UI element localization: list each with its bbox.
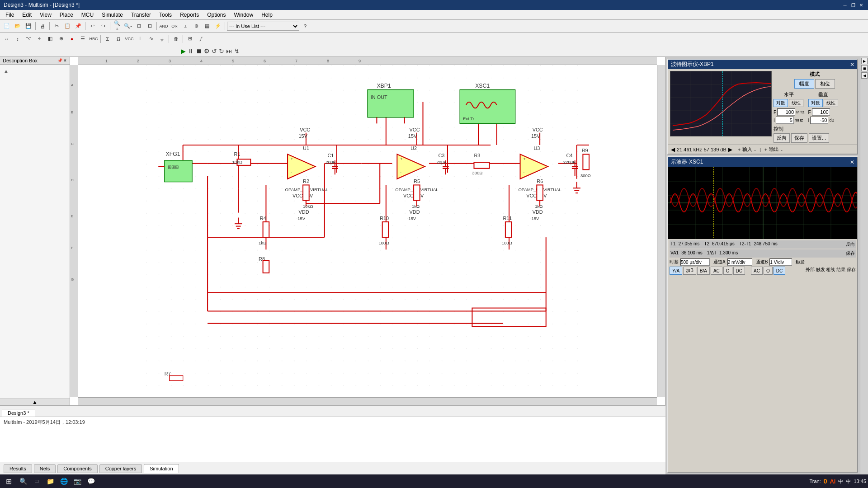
panel-icon3[interactable]: ◀ — [861, 72, 868, 79]
comp-btn3[interactable]: ⌥ — [24, 34, 33, 44]
cha-input[interactable] — [727, 258, 752, 266]
components-tab[interactable]: Components — [57, 464, 97, 473]
comp-btn12[interactable]: VCC — [124, 34, 134, 44]
restore-button[interactable]: ❐ — [850, 2, 856, 8]
stop-button[interactable]: ⏹ — [196, 47, 202, 55]
zoom-area-button[interactable]: ⊡ — [145, 21, 155, 31]
menu-file[interactable]: File — [2, 11, 18, 19]
undo-button[interactable]: ↩ — [87, 21, 97, 31]
dc-btn3-scope[interactable]: DC — [774, 267, 785, 275]
component-btn1[interactable]: AND — [159, 21, 169, 31]
menu-simulate[interactable]: Simulate — [98, 11, 127, 19]
comp-btn2[interactable]: ↕ — [13, 34, 23, 44]
minimize-button[interactable]: ─ — [842, 2, 848, 8]
comp-btn4[interactable]: ⌖ — [34, 34, 44, 44]
menu-transfer[interactable]: Transfer — [127, 11, 155, 19]
nets-tab[interactable]: Nets — [34, 464, 56, 473]
comp-btn14[interactable]: ∿ — [146, 34, 156, 44]
bode-phase-btn[interactable]: 相位 — [815, 79, 835, 89]
comp-btn16[interactable]: ⊞ — [185, 34, 195, 44]
log-btn2[interactable]: 对数 — [808, 99, 823, 107]
comp-btn1[interactable]: ↔ — [2, 34, 12, 44]
bode-nav-right[interactable]: ▶ — [728, 146, 732, 153]
simulation-tab[interactable]: Simulation — [144, 464, 179, 473]
component-btn2[interactable]: OR — [170, 21, 179, 31]
f-value-input[interactable] — [777, 108, 795, 116]
menu-help[interactable]: Help — [258, 11, 276, 19]
menu-edit[interactable]: Edit — [19, 11, 35, 19]
panel-icon2[interactable]: ◼ — [861, 65, 868, 71]
sim-btn2[interactable]: ↺ — [212, 47, 217, 55]
comp-btn13[interactable]: ⊥ — [135, 34, 145, 44]
bode-save-btn[interactable]: 保存 — [791, 133, 807, 143]
copy-button[interactable]: 📋 — [62, 21, 72, 31]
sim-btn4[interactable]: ⏭ — [226, 47, 232, 55]
comp-btn11[interactable]: Ω — [113, 34, 123, 44]
component-btn3[interactable]: ± — [180, 21, 190, 31]
paste-button[interactable]: 📌 — [73, 21, 83, 31]
comp-btn17[interactable]: 𝑓 — [196, 34, 206, 44]
redo-button[interactable]: ↪ — [98, 21, 108, 31]
comp-btn10[interactable]: Σ — [103, 34, 113, 44]
component-btn5[interactable]: ▦ — [202, 21, 212, 31]
new-button[interactable]: 📄 — [2, 21, 12, 31]
reverse-btn-scope[interactable]: 反向 — [846, 241, 855, 248]
menu-place[interactable]: Place — [56, 11, 77, 19]
comp-btn9[interactable]: HBC — [89, 34, 99, 44]
desc-box-collapse[interactable]: ▲ — [0, 399, 70, 405]
dc-btn1-scope[interactable]: O — [723, 267, 732, 275]
menu-window[interactable]: Window — [231, 11, 257, 19]
comp-btn5[interactable]: ◧ — [45, 34, 55, 44]
bode-magnitude-btn[interactable]: 幅度 — [794, 79, 814, 89]
in-use-list[interactable]: --- In Use List --- — [227, 22, 299, 31]
collapse-arrow[interactable]: ▲ — [2, 66, 68, 75]
ba-btn[interactable]: B/A — [697, 267, 710, 275]
print-button[interactable]: 🖨 — [38, 21, 47, 31]
menu-reports[interactable]: Reports — [176, 11, 203, 19]
i-value-input[interactable] — [776, 117, 794, 124]
timebase-input[interactable] — [680, 258, 710, 266]
lin-btn1[interactable]: 线性 — [789, 99, 803, 107]
menu-tools[interactable]: Tools — [156, 11, 175, 19]
desc-box-close[interactable]: ✕ — [63, 58, 67, 63]
add-btn[interactable]: 加B — [683, 267, 696, 275]
help-btn[interactable]: ? — [300, 21, 310, 31]
o-btn[interactable]: O — [764, 267, 773, 275]
close-button[interactable]: ✕ — [858, 2, 864, 8]
desc-box-pin[interactable]: 📌 — [57, 58, 62, 63]
pause-button[interactable]: ⏸ — [188, 47, 194, 55]
taskbar-search[interactable]: 🔍 — [17, 475, 29, 487]
ya-btn[interactable]: Y/A — [670, 267, 682, 275]
ac-btn2-scope[interactable]: AC — [751, 267, 763, 275]
sim-btn1[interactable]: ⚙ — [204, 47, 210, 55]
save-button[interactable]: 💾 — [24, 21, 33, 31]
taskbar-folder[interactable]: 📁 — [44, 475, 56, 487]
cut-button[interactable]: ✂ — [52, 21, 61, 31]
component-btn4[interactable]: ⊗ — [191, 21, 201, 31]
sim-btn5[interactable]: ↯ — [234, 47, 240, 55]
bode-nav-left[interactable]: ◀ — [671, 146, 675, 153]
start-button[interactable]: ⊞ — [2, 475, 15, 487]
menu-view[interactable]: View — [36, 11, 55, 19]
run-button[interactable]: ▶ — [181, 47, 186, 55]
taskbar-task-view[interactable]: □ — [31, 475, 42, 487]
comp-btn15[interactable]: ⏚ — [157, 34, 167, 44]
menu-mcu[interactable]: MCU — [78, 11, 97, 19]
sim-btn3[interactable]: ↻ — [219, 47, 224, 55]
scope-save-btn[interactable]: 保存 — [846, 250, 855, 257]
component-btn6[interactable]: ⚡ — [213, 21, 223, 31]
chb-input[interactable] — [769, 258, 792, 266]
zoom-out-button[interactable]: 🔍- — [123, 21, 133, 31]
log-btn1[interactable]: 对数 — [774, 99, 788, 107]
zoom-fit-button[interactable]: ⊞ — [134, 21, 144, 31]
taskbar-lang[interactable]: 中 — [838, 478, 843, 485]
comp-btn7[interactable]: ● — [67, 34, 77, 44]
comp-btn8[interactable]: ☰ — [78, 34, 88, 44]
comp-btn6[interactable]: ⊕ — [56, 34, 66, 44]
design3-tab[interactable]: Design3 * — [2, 409, 35, 417]
copper-layers-tab[interactable]: Copper layers — [99, 464, 142, 473]
i2-value-input[interactable] — [810, 117, 828, 124]
zoom-in-button[interactable]: 🔍+ — [112, 21, 122, 31]
dc-btn2-scope[interactable]: DC — [733, 267, 745, 275]
lin-btn2[interactable]: 线性 — [824, 99, 838, 107]
